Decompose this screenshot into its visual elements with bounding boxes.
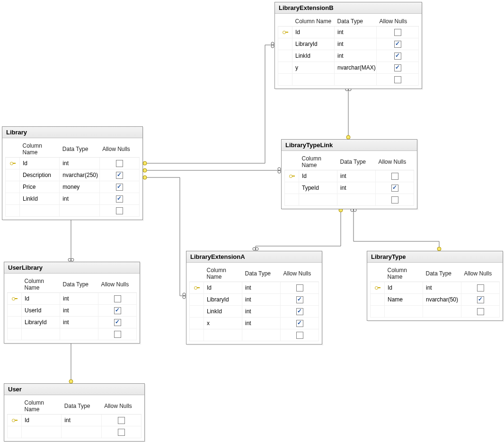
column-nullable[interactable]	[377, 62, 419, 74]
column-name: Id	[299, 170, 337, 182]
primary-key-cell	[278, 38, 292, 50]
primary-key-cell	[8, 293, 22, 305]
header-allow-nulls: Allow Nulls	[101, 398, 141, 415]
column-nullable[interactable]	[98, 293, 137, 305]
primary-key-cell	[8, 415, 22, 426]
column-row-empty[interactable]	[371, 306, 500, 318]
table-library[interactable]: Library Column Name Data Type Allow Null…	[2, 126, 143, 220]
column-row[interactable]: LibraryIdint	[278, 38, 419, 50]
column-row-empty[interactable]	[8, 328, 137, 340]
column-row[interactable]: Idint	[8, 415, 141, 426]
key-icon	[283, 29, 288, 35]
column-name: LibraryId	[292, 38, 335, 50]
column-nullable[interactable]	[376, 170, 414, 182]
primary-key-cell	[278, 50, 292, 62]
columns-grid: Column Name Data Type Allow Nulls IdintL…	[189, 265, 319, 341]
table-title: LibraryExtensionB	[275, 2, 422, 14]
header-column-name: Column Name	[385, 265, 423, 282]
column-nullable[interactable]	[377, 27, 419, 38]
columns-grid: Column Name Data Type Allow Nulls IdintD…	[5, 141, 140, 217]
column-name: y	[292, 62, 335, 74]
column-nullable[interactable]	[99, 193, 139, 205]
checkbox-icon	[391, 196, 398, 203]
column-type: int	[60, 293, 98, 305]
table-title: User	[4, 384, 144, 395]
column-row-empty[interactable]	[285, 194, 414, 206]
column-nullable[interactable]	[98, 305, 137, 317]
header-data-type: Data Type	[337, 154, 376, 170]
table-librarytypelink[interactable]: LibraryTypeLink Column Name Data Type Al…	[281, 139, 417, 209]
column-nullable[interactable]	[377, 50, 419, 62]
column-nullable[interactable]	[377, 38, 419, 50]
column-name: LinkId	[292, 50, 335, 62]
column-nullable[interactable]	[281, 294, 319, 306]
column-nullable[interactable]	[98, 317, 137, 328]
checkbox-icon	[114, 307, 121, 314]
primary-key-cell	[190, 306, 204, 318]
column-row[interactable]: LibraryIdint	[190, 294, 319, 306]
column-row-empty[interactable]	[6, 205, 140, 217]
column-nullable[interactable]	[281, 282, 319, 294]
column-row-empty[interactable]	[278, 74, 419, 86]
primary-key-cell	[6, 193, 20, 205]
column-name: LibraryId	[204, 294, 242, 306]
column-type: int	[335, 27, 377, 38]
column-nullable[interactable]	[99, 169, 139, 181]
column-name: UserId	[22, 305, 60, 317]
column-row[interactable]: Namenvarchar(50)	[371, 294, 500, 306]
column-row[interactable]: ynvarchar(MAX)	[278, 62, 419, 74]
column-nullable[interactable]	[99, 181, 139, 193]
column-name: LinkId	[20, 193, 60, 205]
table-libraryextensionb[interactable]: LibraryExtensionB Column Name Data Type …	[274, 2, 422, 89]
column-nullable[interactable]	[461, 294, 500, 306]
column-nullable[interactable]	[376, 182, 414, 194]
header-allow-nulls: Allow Nulls	[376, 154, 414, 170]
column-row[interactable]: Pricemoney	[6, 181, 140, 193]
column-row[interactable]: Idint	[285, 170, 414, 182]
diagram-canvas[interactable]: LibraryExtensionB Column Name Data Type …	[0, 0, 504, 442]
column-nullable[interactable]	[461, 282, 500, 294]
column-name: LibraryId	[22, 317, 60, 328]
header-column-name: Column Name	[292, 17, 335, 27]
column-type: nvarchar(50)	[423, 294, 461, 306]
svg-point-14	[256, 248, 258, 250]
column-nullable[interactable]	[101, 415, 141, 426]
column-nullable[interactable]	[99, 158, 139, 169]
checkbox-icon	[477, 296, 484, 303]
column-row-empty[interactable]	[190, 329, 319, 341]
column-row[interactable]: Idint	[278, 27, 419, 38]
header-data-type: Data Type	[335, 17, 377, 27]
column-row[interactable]: Descriptionnvarchar(250)	[6, 169, 140, 181]
column-type: int	[335, 50, 377, 62]
column-row-empty[interactable]	[8, 426, 141, 438]
table-librarytype[interactable]: LibraryType Column Name Data Type Allow …	[367, 251, 503, 321]
column-row[interactable]: UserIdint	[8, 305, 137, 317]
table-userlibrary[interactable]: UserLibrary Column Name Data Type Allow …	[4, 262, 140, 344]
checkbox-icon	[116, 207, 123, 214]
table-user[interactable]: User Column Name Data Type Allow Nulls I…	[4, 383, 145, 442]
column-row[interactable]: TypeIdint	[285, 182, 414, 194]
column-row[interactable]: LinkIdint	[6, 193, 140, 205]
checkbox-icon	[394, 41, 401, 48]
column-row[interactable]: LinkIdint	[190, 306, 319, 318]
svg-point-7	[183, 293, 186, 296]
column-nullable[interactable]	[281, 318, 319, 329]
svg-point-1	[143, 168, 147, 172]
checkbox-icon	[296, 320, 303, 327]
primary-key-cell	[285, 182, 299, 194]
column-type: nvarchar(MAX)	[335, 62, 377, 74]
column-row[interactable]: Idint	[190, 282, 319, 294]
column-row[interactable]: Idint	[6, 158, 140, 169]
header-column-name: Column Name	[204, 265, 242, 282]
table-libraryextensiona[interactable]: LibraryExtensionA Column Name Data Type …	[186, 251, 322, 345]
column-row[interactable]: Idint	[371, 282, 500, 294]
column-row[interactable]: LibraryIdint	[8, 317, 137, 328]
column-row[interactable]: xint	[190, 318, 319, 329]
primary-key-cell	[190, 282, 204, 294]
column-type: int	[62, 415, 101, 426]
column-row[interactable]: Idint	[8, 293, 137, 305]
header-column-name: Column Name	[299, 154, 337, 170]
column-row[interactable]: LinkIdint	[278, 50, 419, 62]
column-nullable[interactable]	[281, 306, 319, 318]
checkbox-icon	[394, 64, 401, 71]
